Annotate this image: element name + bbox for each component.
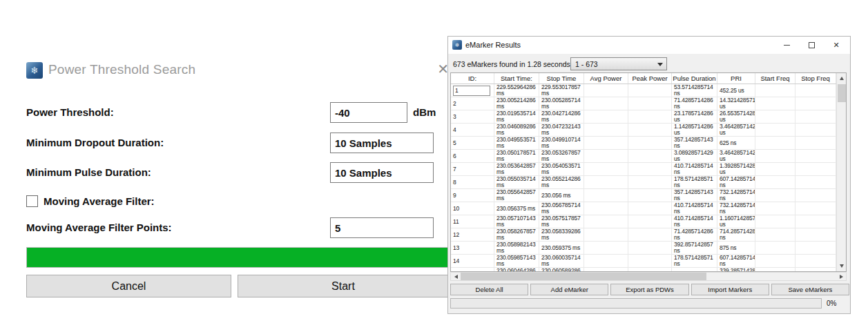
table-cell [584, 202, 628, 215]
table-cell: 230.058982143 ms [494, 242, 539, 254]
export-as-pdws-button[interactable]: Export as PDWs [610, 284, 688, 295]
table-row[interactable]: 11230.057107143 ms230.057517857 ms410.71… [451, 215, 846, 228]
maximize-icon[interactable] [799, 37, 824, 54]
scroll-left-icon[interactable] [451, 273, 461, 280]
table-cell: 230.049910714 ms [539, 137, 584, 149]
table-cell [584, 228, 628, 241]
table-cell: 6 [451, 150, 494, 162]
results-table: ID:Start Time:Stop TimeAvg PowerPeak Pow… [450, 72, 847, 272]
column-header[interactable]: PRI [717, 73, 755, 84]
table-cell: 230.005285714 ms [539, 97, 584, 110]
table-cell: 230.042714286 ms [539, 110, 584, 123]
table-cell: 392.857142857 ns [672, 242, 717, 254]
table-cell [628, 255, 672, 267]
table-cell [628, 137, 672, 149]
column-header[interactable]: Pulse Duration [672, 73, 717, 84]
table-cell: 625 ns [717, 137, 755, 149]
table-cell [795, 97, 836, 110]
table-row[interactable]: 3230.019535714 ms230.042714286 ms23.1785… [451, 110, 846, 124]
table-cell: 230.050178571 ms [494, 150, 539, 162]
save-emarkers-button[interactable]: Save eMarkers [771, 284, 849, 295]
dialog-title: Power Threshold Search [48, 62, 195, 77]
table-row[interactable]: 7230.053642857 ms230.054053571 ms410.714… [451, 163, 846, 176]
table-cell: 4 [451, 124, 494, 136]
range-dropdown[interactable]: 1 - 673 [570, 57, 667, 70]
import-markers-button[interactable]: Import Markers [691, 284, 769, 295]
table-row[interactable]: 4230.046089286 ms230.047232143 ms1.14285… [451, 124, 846, 137]
table-cell: 230.059857143 ms [494, 255, 539, 267]
min-pulse-input[interactable] [330, 162, 434, 183]
table-cell: 14.3214285714 us [717, 97, 755, 110]
table-cell: 357.142857143 ns [672, 189, 717, 202]
column-header[interactable]: Peak Power [628, 73, 672, 84]
table-cell [584, 215, 628, 228]
table-row[interactable]: 14230.059857143 ms230.060035714 ms178.57… [451, 255, 846, 268]
column-header[interactable]: Start Time: [494, 73, 539, 84]
moving-average-filter-checkbox[interactable] [26, 195, 38, 207]
table-cell: 230.060035714 ms [539, 255, 584, 267]
table-cell [584, 242, 628, 254]
min-dropout-input[interactable] [330, 133, 434, 153]
moving-average-points-input[interactable] [330, 217, 434, 238]
horizontal-scrollbar[interactable] [450, 272, 847, 281]
power-threshold-input[interactable] [330, 102, 407, 123]
table-row[interactable]: 12230.058267857 ms230.058339286 ms71.428… [451, 228, 846, 242]
table-row[interactable]: 2230.005214286 ms230.005285714 ms71.4285… [451, 97, 846, 110]
table-cell [795, 215, 836, 228]
table-row[interactable]: 5230.049553571 ms230.049910714 ms357.142… [451, 137, 846, 150]
table-cell [795, 228, 836, 241]
column-header[interactable]: Avg Power [584, 73, 628, 84]
horizontal-scroll-thumb[interactable] [461, 273, 706, 280]
scroll-up-icon[interactable] [837, 73, 847, 84]
table-cell: 230.054053571 ms [539, 163, 584, 175]
table-cell [795, 242, 836, 254]
table-cell [755, 176, 795, 188]
table-cell: 230.056 ms [539, 189, 584, 202]
selected-id-cell[interactable]: 1 [453, 86, 490, 96]
table-cell: 23.1785714286 us [672, 110, 717, 123]
app-icon: ❄ [452, 40, 462, 50]
scroll-down-icon[interactable] [837, 261, 847, 271]
table-row[interactable]: 1229.552964286 ms229.553017857 ms53.5714… [451, 84, 846, 97]
table-cell: 875 ns [717, 242, 755, 254]
delete-all-button[interactable]: Delete All [450, 284, 528, 295]
cancel-button[interactable]: Cancel [26, 275, 231, 297]
vertical-scrollbar[interactable] [836, 73, 846, 271]
table-cell: 1 [451, 84, 494, 97]
table-row[interactable]: 10230.056375 ms230.056785714 ms410.71428… [451, 202, 846, 215]
table-row[interactable]: 9230.055642857 ms230.056 ms357.142857143… [451, 189, 846, 202]
close-icon[interactable]: ✕ [824, 37, 849, 54]
table-cell: 13 [451, 242, 494, 254]
table-cell: 1.16071428571 us [717, 215, 755, 228]
table-row[interactable]: 13230.058982143 ms230.059375 ms392.85714… [451, 242, 846, 255]
table-row[interactable]: 6230.050178571 ms230.053267857 ms3.08928… [451, 150, 846, 163]
column-header[interactable]: Stop Time [539, 73, 584, 84]
scroll-right-icon[interactable] [836, 273, 846, 280]
table-cell: 230.049553571 ms [494, 137, 539, 149]
table-cell: 410.714285714 ns [672, 215, 717, 228]
table-cell [628, 97, 672, 110]
table-cell: 71.4285714286 ns [672, 97, 717, 110]
table-cell [795, 176, 836, 188]
app-icon: ❄ [26, 62, 43, 79]
column-header[interactable]: Stop Freq [795, 73, 836, 84]
table-cell [795, 255, 836, 267]
table-cell: 1.39285714286 us [717, 163, 755, 175]
min-pulse-label: Minimum Pulse Duration: [26, 166, 151, 178]
vertical-scroll-thumb[interactable] [838, 84, 846, 102]
table-cell [628, 242, 672, 254]
add-emarker-button[interactable]: Add eMarker [530, 284, 608, 295]
table-cell: 11 [451, 215, 494, 228]
table-body: 1229.552964286 ms229.553017857 ms53.5714… [451, 84, 846, 272]
table-cell [628, 110, 672, 123]
dialog-titlebar: ❄ Power Threshold Search ✕ [25, 59, 452, 84]
power-threshold-label: Power Threshold: [26, 106, 114, 118]
column-header[interactable]: ID: [451, 73, 494, 84]
column-header[interactable]: Start Freq [755, 73, 795, 84]
table-row[interactable]: 8230.055035714 ms230.055214286 ms178.571… [451, 176, 846, 189]
window-titlebar[interactable]: ❄ eMarker Results ✕ [448, 37, 850, 54]
table-cell: 732.142857143 ns [717, 189, 755, 202]
table-cell [755, 110, 795, 123]
minimize-icon[interactable] [774, 37, 799, 54]
start-button[interactable]: Start [238, 275, 449, 297]
